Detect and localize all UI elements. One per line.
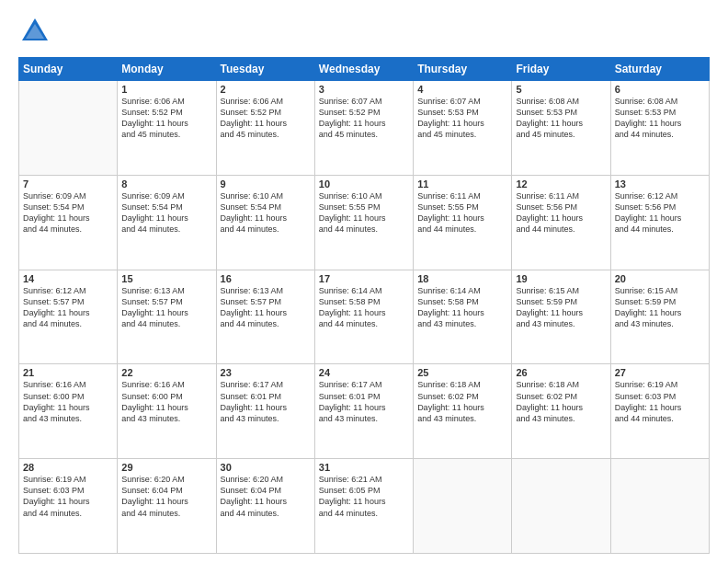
calendar-cell: 29Sunrise: 6:20 AM Sunset: 6:04 PM Dayli… <box>118 459 216 554</box>
day-info: Sunrise: 6:10 AM Sunset: 5:55 PM Dayligh… <box>319 190 409 236</box>
day-info: Sunrise: 6:20 AM Sunset: 6:04 PM Dayligh… <box>221 474 311 519</box>
day-number: 22 <box>121 367 211 378</box>
calendar-cell: 14Sunrise: 6:12 AM Sunset: 5:57 PM Dayli… <box>19 270 118 364</box>
day-number: 8 <box>121 178 211 190</box>
calendar-cell: 24Sunrise: 6:17 AM Sunset: 6:01 PM Dayli… <box>314 364 413 459</box>
day-number: 19 <box>516 273 606 284</box>
calendar-cell: 2Sunrise: 6:06 AM Sunset: 5:52 PM Daylig… <box>216 81 314 176</box>
day-info: Sunrise: 6:11 AM Sunset: 5:55 PM Dayligh… <box>417 190 507 236</box>
calendar-cell: 5Sunrise: 6:08 AM Sunset: 5:53 PM Daylig… <box>512 81 610 176</box>
day-number: 15 <box>121 273 211 284</box>
calendar-cell: 6Sunrise: 6:08 AM Sunset: 5:53 PM Daylig… <box>610 81 709 176</box>
day-number: 23 <box>221 367 311 378</box>
calendar-week-row: 14Sunrise: 6:12 AM Sunset: 5:57 PM Dayli… <box>19 270 710 364</box>
day-info: Sunrise: 6:08 AM Sunset: 5:53 PM Dayligh… <box>516 96 606 141</box>
day-info: Sunrise: 6:06 AM Sunset: 5:52 PM Dayligh… <box>221 96 311 141</box>
day-number: 24 <box>319 367 409 378</box>
day-info: Sunrise: 6:07 AM Sunset: 5:53 PM Dayligh… <box>417 96 507 141</box>
day-number: 6 <box>615 84 705 95</box>
day-number: 16 <box>221 273 311 284</box>
calendar-header-row: SundayMondayTuesdayWednesdayThursdayFrid… <box>19 58 710 81</box>
calendar-cell: 3Sunrise: 6:07 AM Sunset: 5:52 PM Daylig… <box>314 81 413 176</box>
day-number: 5 <box>516 84 606 95</box>
page: SundayMondayTuesdayWednesdayThursdayFrid… <box>0 0 728 563</box>
calendar-week-row: 7Sunrise: 6:09 AM Sunset: 5:54 PM Daylig… <box>19 175 710 270</box>
calendar-day-header: Friday <box>512 58 610 81</box>
day-info: Sunrise: 6:15 AM Sunset: 5:59 PM Dayligh… <box>516 285 606 330</box>
day-number: 27 <box>615 367 705 378</box>
day-number: 14 <box>23 273 113 284</box>
day-number: 17 <box>319 273 409 284</box>
calendar-cell: 10Sunrise: 6:10 AM Sunset: 5:55 PM Dayli… <box>314 175 413 270</box>
day-number: 10 <box>319 178 409 190</box>
day-info: Sunrise: 6:08 AM Sunset: 5:53 PM Dayligh… <box>615 96 705 141</box>
calendar-table: SundayMondayTuesdayWednesdayThursdayFrid… <box>18 57 710 554</box>
calendar-cell <box>610 459 709 554</box>
calendar-cell: 1Sunrise: 6:06 AM Sunset: 5:52 PM Daylig… <box>118 81 216 176</box>
calendar-cell <box>19 81 118 176</box>
calendar-cell: 18Sunrise: 6:14 AM Sunset: 5:58 PM Dayli… <box>414 270 512 364</box>
calendar-cell: 19Sunrise: 6:15 AM Sunset: 5:59 PM Dayli… <box>512 270 610 364</box>
calendar-day-header: Wednesday <box>314 58 413 81</box>
calendar-cell: 20Sunrise: 6:15 AM Sunset: 5:59 PM Dayli… <box>610 270 709 364</box>
day-info: Sunrise: 6:13 AM Sunset: 5:57 PM Dayligh… <box>121 285 211 330</box>
calendar-cell: 30Sunrise: 6:20 AM Sunset: 6:04 PM Dayli… <box>216 459 314 554</box>
calendar-cell: 15Sunrise: 6:13 AM Sunset: 5:57 PM Dayli… <box>118 270 216 364</box>
calendar-day-header: Thursday <box>414 58 512 81</box>
day-info: Sunrise: 6:16 AM Sunset: 6:00 PM Dayligh… <box>23 379 113 424</box>
calendar-cell: 23Sunrise: 6:17 AM Sunset: 6:01 PM Dayli… <box>216 364 314 459</box>
day-number: 29 <box>121 462 211 473</box>
calendar-cell: 26Sunrise: 6:18 AM Sunset: 6:02 PM Dayli… <box>512 364 610 459</box>
day-info: Sunrise: 6:18 AM Sunset: 6:02 PM Dayligh… <box>516 379 606 424</box>
day-number: 30 <box>221 462 311 473</box>
day-number: 3 <box>319 84 409 95</box>
calendar-week-row: 21Sunrise: 6:16 AM Sunset: 6:00 PM Dayli… <box>19 364 710 459</box>
day-info: Sunrise: 6:19 AM Sunset: 6:03 PM Dayligh… <box>615 379 705 424</box>
day-info: Sunrise: 6:15 AM Sunset: 5:59 PM Dayligh… <box>615 285 705 330</box>
calendar-cell: 11Sunrise: 6:11 AM Sunset: 5:55 PM Dayli… <box>414 175 512 270</box>
day-info: Sunrise: 6:19 AM Sunset: 6:03 PM Dayligh… <box>23 474 113 519</box>
calendar-day-header: Monday <box>118 58 216 81</box>
day-info: Sunrise: 6:10 AM Sunset: 5:54 PM Dayligh… <box>221 190 311 236</box>
calendar-cell: 8Sunrise: 6:09 AM Sunset: 5:54 PM Daylig… <box>118 175 216 270</box>
day-number: 26 <box>516 367 606 378</box>
calendar-cell: 13Sunrise: 6:12 AM Sunset: 5:56 PM Dayli… <box>610 175 709 270</box>
day-info: Sunrise: 6:18 AM Sunset: 6:02 PM Dayligh… <box>417 379 507 424</box>
day-info: Sunrise: 6:13 AM Sunset: 5:57 PM Dayligh… <box>221 285 311 330</box>
calendar-cell <box>414 459 512 554</box>
day-info: Sunrise: 6:12 AM Sunset: 5:56 PM Dayligh… <box>615 190 705 236</box>
day-number: 21 <box>23 367 113 378</box>
calendar-cell: 12Sunrise: 6:11 AM Sunset: 5:56 PM Dayli… <box>512 175 610 270</box>
calendar-cell: 22Sunrise: 6:16 AM Sunset: 6:00 PM Dayli… <box>118 364 216 459</box>
day-info: Sunrise: 6:14 AM Sunset: 5:58 PM Dayligh… <box>417 285 507 330</box>
day-info: Sunrise: 6:11 AM Sunset: 5:56 PM Dayligh… <box>516 190 606 236</box>
calendar-cell <box>512 459 610 554</box>
day-number: 2 <box>221 84 311 95</box>
day-info: Sunrise: 6:17 AM Sunset: 6:01 PM Dayligh… <box>221 379 311 424</box>
day-number: 13 <box>615 178 705 190</box>
day-number: 28 <box>23 462 113 473</box>
day-info: Sunrise: 6:12 AM Sunset: 5:57 PM Dayligh… <box>23 285 113 330</box>
day-number: 18 <box>417 273 507 284</box>
calendar-cell: 9Sunrise: 6:10 AM Sunset: 5:54 PM Daylig… <box>216 175 314 270</box>
day-info: Sunrise: 6:20 AM Sunset: 6:04 PM Dayligh… <box>121 474 211 519</box>
calendar-cell: 28Sunrise: 6:19 AM Sunset: 6:03 PM Dayli… <box>19 459 118 554</box>
logo-icon <box>18 15 51 48</box>
day-number: 4 <box>417 84 507 95</box>
day-info: Sunrise: 6:14 AM Sunset: 5:58 PM Dayligh… <box>319 285 409 330</box>
day-number: 7 <box>23 178 113 190</box>
day-number: 1 <box>121 84 211 95</box>
calendar-cell: 16Sunrise: 6:13 AM Sunset: 5:57 PM Dayli… <box>216 270 314 364</box>
calendar-day-header: Sunday <box>19 58 118 81</box>
header <box>18 15 710 48</box>
calendar-cell: 25Sunrise: 6:18 AM Sunset: 6:02 PM Dayli… <box>414 364 512 459</box>
calendar-cell: 21Sunrise: 6:16 AM Sunset: 6:00 PM Dayli… <box>19 364 118 459</box>
day-number: 20 <box>615 273 705 284</box>
calendar-week-row: 28Sunrise: 6:19 AM Sunset: 6:03 PM Dayli… <box>19 459 710 554</box>
day-number: 12 <box>516 178 606 190</box>
calendar-cell: 27Sunrise: 6:19 AM Sunset: 6:03 PM Dayli… <box>610 364 709 459</box>
day-info: Sunrise: 6:17 AM Sunset: 6:01 PM Dayligh… <box>319 379 409 424</box>
calendar-cell: 7Sunrise: 6:09 AM Sunset: 5:54 PM Daylig… <box>19 175 118 270</box>
day-info: Sunrise: 6:07 AM Sunset: 5:52 PM Dayligh… <box>319 96 409 141</box>
day-number: 9 <box>221 178 311 190</box>
